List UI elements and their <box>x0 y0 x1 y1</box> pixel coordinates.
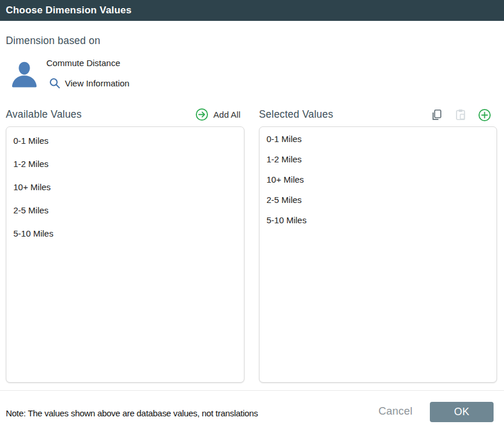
available-value-item[interactable]: 10+ Miles <box>6 175 244 198</box>
dialog-title-bar: Choose Dimension Values <box>0 0 504 21</box>
selected-value-item[interactable]: 2-5 Miles <box>260 190 496 210</box>
selected-value-item[interactable]: 5-10 Miles <box>260 210 496 230</box>
view-information-label: View Information <box>65 78 129 88</box>
selected-value-item[interactable]: 10+ Miles <box>260 169 496 190</box>
available-value-item[interactable]: 5-10 Miles <box>6 222 244 245</box>
person-icon <box>10 59 38 89</box>
dialog-title: Choose Dimension Values <box>6 5 132 16</box>
copy-button[interactable] <box>430 108 443 121</box>
cancel-button[interactable]: Cancel <box>378 405 412 418</box>
available-values-header: Available Values <box>6 108 82 121</box>
footer-divider <box>0 390 504 391</box>
selected-values-actions <box>430 108 491 122</box>
view-information-button[interactable]: View Information <box>49 77 129 89</box>
plus-circle-icon <box>478 108 491 122</box>
paste-button <box>454 108 467 121</box>
selected-value-item[interactable]: 0-1 Miles <box>260 129 496 149</box>
copy-icon <box>430 108 443 121</box>
add-all-label: Add All <box>213 110 240 119</box>
footer-note: Note: The values shown above are databas… <box>6 408 258 418</box>
selected-value-item[interactable]: 1-2 Miles <box>260 149 496 169</box>
selected-values-header: Selected Values <box>259 108 333 121</box>
available-value-item[interactable]: 0-1 Miles <box>6 129 244 152</box>
available-value-item[interactable]: 2-5 Miles <box>6 198 244 222</box>
paste-icon <box>454 108 467 121</box>
dimension-based-on-label: Dimension based on <box>6 35 100 47</box>
selected-values-list[interactable]: 0-1 Miles 1-2 Miles 10+ Miles 2-5 Miles … <box>259 126 497 383</box>
available-values-list[interactable]: 0-1 Miles 1-2 Miles 10+ Miles 2-5 Miles … <box>6 126 244 383</box>
available-value-item[interactable]: 1-2 Miles <box>6 152 244 175</box>
add-all-button[interactable]: Add All <box>195 107 240 121</box>
ok-button[interactable]: OK <box>430 402 494 422</box>
search-icon <box>49 77 61 89</box>
dimension-name: Commute Distance <box>46 58 120 68</box>
add-value-button[interactable] <box>478 108 491 121</box>
arrow-right-circle-icon <box>195 108 209 121</box>
choose-dimension-values-dialog: Choose Dimension Values Dimension based … <box>0 0 504 432</box>
